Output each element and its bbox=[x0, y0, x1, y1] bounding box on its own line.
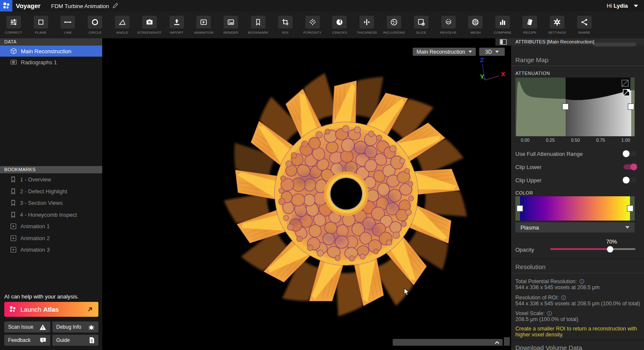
edit-title-icon[interactable] bbox=[112, 2, 119, 9]
line-icon bbox=[63, 18, 72, 26]
sidebar-item-radiographs-1[interactable]: Radiographs 1 bbox=[0, 57, 102, 68]
tool-animation[interactable]: ANIMATION bbox=[190, 11, 218, 38]
toggle-clip-upper[interactable] bbox=[624, 178, 636, 183]
thickness-icon bbox=[362, 18, 371, 26]
scan-issue-button[interactable]: Scan Issue bbox=[4, 321, 50, 333]
tool-roi[interactable]: ROI bbox=[272, 11, 299, 38]
user-menu[interactable]: Hi Lydia bbox=[607, 3, 638, 9]
tool-share[interactable]: SHARE bbox=[571, 11, 598, 38]
correct-icon bbox=[9, 18, 18, 26]
turbine-ct-render bbox=[102, 38, 511, 350]
tool-line[interactable]: LINE bbox=[55, 11, 82, 38]
tool-angle[interactable]: ANGLE bbox=[109, 11, 136, 38]
tool-screenshot[interactable]: SCREENSHOT bbox=[136, 11, 163, 38]
tool-compare[interactable]: COMPARE bbox=[489, 11, 516, 38]
tool-circle[interactable]: CIRCLE bbox=[81, 11, 109, 38]
bookmark-item-4-honeycomb-inspect[interactable]: 4 - Honeycomb Inspect bbox=[0, 209, 102, 221]
axis-gizmo[interactable]: Z X Y bbox=[476, 55, 510, 83]
tool-inclusions[interactable]: INCLUSIONS bbox=[380, 11, 408, 38]
histogram-upper-handle[interactable] bbox=[628, 104, 634, 110]
import-icon bbox=[172, 18, 181, 26]
mouse-cursor bbox=[404, 288, 410, 296]
document-title[interactable]: FDM Turbine Animation bbox=[51, 3, 109, 9]
opacity-label: Opacity bbox=[515, 247, 534, 253]
opacity-slider[interactable] bbox=[550, 248, 635, 250]
tool-settings[interactable]: SETTINGS bbox=[543, 11, 571, 38]
tool-plane[interactable]: PLANE bbox=[27, 11, 55, 38]
app-name: Voyager bbox=[16, 2, 40, 9]
scrollbar-thumb[interactable] bbox=[594, 43, 636, 46]
bookmark-item-2-defect-highlight[interactable]: 2 - Defect Highlight bbox=[0, 186, 102, 198]
settings-icon bbox=[553, 18, 561, 26]
play-icon bbox=[10, 235, 17, 241]
tool-recipe[interactable]: RECIPE bbox=[516, 11, 543, 38]
data-panel-header: DATA bbox=[0, 38, 102, 46]
bookmark-item-animation-3[interactable]: Animation 3 bbox=[0, 244, 102, 256]
download-volume-title: Download Volume Data bbox=[515, 344, 582, 350]
play-icon bbox=[10, 223, 17, 230]
plane-icon bbox=[37, 18, 45, 26]
scale-log-icon bbox=[623, 89, 630, 96]
launch-atlas-button[interactable]: Launch Atlas bbox=[4, 302, 98, 317]
sidebar-item-main-reconstruction[interactable]: Main Reconstruction bbox=[0, 46, 102, 57]
voyager-logo-icon[interactable] bbox=[0, 0, 12, 11]
user-greeting: Hi bbox=[607, 3, 612, 9]
tick-label: 0.75 bbox=[596, 138, 605, 143]
histogram-lower-handle[interactable] bbox=[563, 104, 569, 110]
warning-icon bbox=[39, 324, 46, 330]
feedback-button[interactable]: Feedback bbox=[4, 335, 50, 346]
circle-icon bbox=[91, 18, 99, 26]
opacity-slider-knob[interactable] bbox=[607, 246, 613, 252]
viewport-3d[interactable]: Main Reconstruction 3D Z X Y bbox=[102, 38, 511, 350]
bug-icon bbox=[88, 324, 95, 330]
info-icon[interactable] bbox=[547, 311, 552, 316]
tool-thickness[interactable]: THICKNESS bbox=[353, 11, 380, 38]
bookmarks-list: 1 - Overview2 - Defect Highlight3 - Sect… bbox=[0, 174, 102, 256]
bookmark-item-animation-2[interactable]: Animation 2 bbox=[0, 232, 102, 244]
debug-info-button[interactable]: Debug Info bbox=[52, 321, 98, 333]
colormap-bar[interactable] bbox=[515, 196, 635, 221]
launch-arrow-icon bbox=[87, 306, 93, 313]
voyager-app: Voyager FDM Turbine Animation Hi Lydia C… bbox=[0, 0, 644, 350]
roi-note: Create a smaller ROI to return a reconst… bbox=[515, 326, 640, 338]
histogram-ticks: 0.000.250.500.751.00 bbox=[515, 138, 635, 143]
tool-render[interactable]: RENDER bbox=[217, 11, 244, 38]
bookmark-icon bbox=[10, 176, 16, 183]
axis-x-label: X bbox=[501, 70, 505, 77]
user-name: Lydia bbox=[614, 3, 628, 9]
toggle-use-full-attenuation-range[interactable] bbox=[624, 151, 636, 156]
bookmark-icon bbox=[10, 212, 16, 218]
tool-import[interactable]: IMPORT bbox=[163, 11, 190, 38]
collapse-attributes-button[interactable] bbox=[495, 38, 511, 46]
bookmark-icon bbox=[10, 200, 16, 206]
tool-porosity[interactable]: POROSITY bbox=[299, 11, 326, 38]
color-upper-handle[interactable] bbox=[627, 205, 633, 212]
tool-slice[interactable]: SLICE bbox=[408, 11, 435, 38]
toggle-clip-lower[interactable] bbox=[624, 164, 636, 169]
sidebar: DATA Main ReconstructionRadiographs 1 BO… bbox=[0, 38, 102, 350]
bookmark-item-3-section-views[interactable]: 3 - Section Views bbox=[0, 197, 102, 209]
info-icon[interactable] bbox=[561, 295, 566, 300]
color-label: COLOR bbox=[515, 190, 533, 195]
reconstruction-dropdown[interactable]: Main Reconstruction bbox=[413, 48, 476, 56]
bookmark-item-animation-1[interactable]: Animation 1 bbox=[0, 221, 102, 232]
dropdown-caret-icon bbox=[625, 226, 630, 229]
roi-icon bbox=[281, 18, 290, 26]
guide-button[interactable]: Guide bbox=[52, 335, 98, 346]
tick-label: 0.50 bbox=[571, 138, 580, 143]
tool-correct[interactable]: CORRECT bbox=[0, 11, 27, 38]
colormap-dropdown[interactable]: Plasma bbox=[515, 222, 635, 232]
cracks-icon bbox=[335, 18, 344, 26]
tool-revolve[interactable]: REVOLVE bbox=[435, 11, 462, 38]
tool-bookmark[interactable]: BOOKMARK bbox=[244, 11, 272, 38]
timeline-collapse-bar[interactable] bbox=[393, 339, 503, 346]
bookmark-item-1-overview[interactable]: 1 - Overview bbox=[0, 174, 102, 186]
tool-cracks[interactable]: CRACKS bbox=[326, 11, 354, 38]
panel-columns-icon bbox=[500, 39, 507, 45]
tick-label: 0.25 bbox=[546, 138, 555, 143]
info-icon[interactable] bbox=[579, 279, 584, 284]
color-lower-handle[interactable] bbox=[517, 205, 523, 212]
attenuation-histogram[interactable] bbox=[515, 77, 635, 136]
title-bar: Voyager FDM Turbine Animation Hi Lydia bbox=[0, 0, 644, 11]
tool-mesh[interactable]: MESH bbox=[462, 11, 489, 38]
